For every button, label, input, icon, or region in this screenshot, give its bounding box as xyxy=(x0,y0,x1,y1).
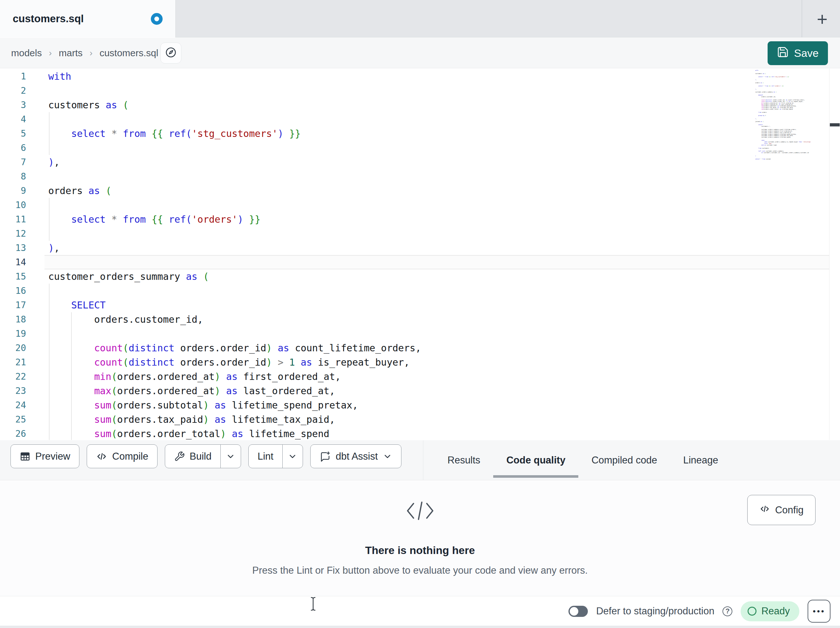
code-quality-panel: There is nothing here Press the Lint or … xyxy=(0,481,840,596)
line-number[interactable]: 1 xyxy=(0,69,26,84)
code-line[interactable] xyxy=(48,226,827,241)
line-number[interactable]: 8 xyxy=(0,169,26,183)
line-number[interactable]: 3 xyxy=(0,98,26,112)
code-line[interactable] xyxy=(48,141,827,155)
line-number[interactable]: 10 xyxy=(0,198,26,212)
line-number[interactable]: 12 xyxy=(0,226,26,241)
window-footer-strip xyxy=(0,626,840,628)
more-options-button[interactable]: ••• xyxy=(808,600,831,623)
tab-compiled-code[interactable]: Compiled code xyxy=(578,440,670,480)
lint-dropdown-button[interactable] xyxy=(282,445,303,468)
line-number[interactable]: 25 xyxy=(0,412,26,427)
new-tab-button[interactable]: + xyxy=(810,7,834,30)
line-number[interactable]: 14 xyxy=(0,255,26,269)
breadcrumb: models › marts › customers.sql xyxy=(11,38,158,68)
navigate-compass-button[interactable] xyxy=(160,43,182,63)
assist-chat-sparkle-icon xyxy=(319,451,331,462)
code-line[interactable] xyxy=(48,198,827,212)
preview-label: Preview xyxy=(35,451,70,462)
code-line[interactable]: select * from {{ ref('stg_customers') }} xyxy=(48,127,827,141)
empty-state-title: There is nothing here xyxy=(365,544,475,557)
code-line[interactable] xyxy=(48,112,827,127)
line-number[interactable]: 5 xyxy=(0,127,26,141)
code-brackets-icon xyxy=(404,498,436,524)
code-line[interactable]: sum(orders.subtotal) as lifetime_spend_p… xyxy=(48,398,827,412)
breadcrumb-item-marts[interactable]: marts xyxy=(59,47,82,59)
code-line[interactable] xyxy=(48,327,827,341)
tab-code-quality[interactable]: Code quality xyxy=(493,440,578,480)
line-number[interactable]: 4 xyxy=(0,112,26,127)
build-dropdown-button[interactable] xyxy=(220,445,241,468)
status-badge: Ready xyxy=(741,601,799,621)
file-tab-customers-sql[interactable]: customers.sql xyxy=(0,0,175,38)
line-number[interactable]: 26 xyxy=(0,427,26,441)
line-number[interactable]: 16 xyxy=(0,284,26,298)
line-number[interactable]: 9 xyxy=(0,183,26,198)
code-line[interactable] xyxy=(48,84,827,98)
compile-button[interactable]: Compile xyxy=(87,445,158,468)
editor-toolbar: Preview Compile Build xyxy=(0,440,840,480)
line-number[interactable]: 21 xyxy=(0,355,26,369)
code-line[interactable]: customer_orders_summary as ( xyxy=(48,269,827,284)
code-line[interactable]: orders.customer_id, xyxy=(48,312,827,327)
code-lines[interactable]: with customers as ( select * from {{ ref… xyxy=(48,69,827,441)
code-line[interactable] xyxy=(48,169,827,183)
dbt-assist-button[interactable]: dbt Assist xyxy=(310,445,401,468)
line-number[interactable]: 22 xyxy=(0,369,26,384)
line-number[interactable]: 13 xyxy=(0,241,26,255)
compass-icon xyxy=(165,46,177,60)
table-icon xyxy=(20,451,30,462)
line-number[interactable]: 23 xyxy=(0,384,26,398)
code-line[interactable]: customers as ( xyxy=(48,98,827,112)
code-line[interactable]: sum(orders.order_total) as lifetime_spen… xyxy=(48,427,827,441)
defer-toggle[interactable] xyxy=(568,606,588,617)
line-number-gutter[interactable]: 1234567891011121314151617181920212223242… xyxy=(0,69,26,441)
line-number[interactable]: 6 xyxy=(0,141,26,155)
lint-label: Lint xyxy=(257,451,273,462)
code-line[interactable]: ), xyxy=(48,241,827,255)
minimap-line[interactable]: select * from joined xyxy=(755,158,828,160)
line-number[interactable]: 24 xyxy=(0,398,26,412)
code-line[interactable]: select * from {{ ref('orders') }} xyxy=(48,212,827,226)
chevron-down-icon xyxy=(226,452,235,461)
line-number[interactable]: 17 xyxy=(0,298,26,312)
status-bar: Defer to staging/production ? Ready ••• xyxy=(0,596,840,626)
code-line[interactable]: ), xyxy=(48,155,827,169)
help-icon[interactable]: ? xyxy=(723,606,732,616)
line-number[interactable]: 18 xyxy=(0,312,26,327)
line-number[interactable]: 2 xyxy=(0,84,26,98)
breadcrumb-separator: › xyxy=(90,48,92,58)
save-button[interactable]: Save xyxy=(767,41,828,65)
breadcrumb-separator: › xyxy=(49,48,52,58)
code-line[interactable]: SELECT xyxy=(48,298,827,312)
code-line[interactable]: max(orders.ordered_at) as last_ordered_a… xyxy=(48,384,827,398)
editor-scrollbar-thumb[interactable] xyxy=(830,123,840,127)
code-editor[interactable]: 1234567891011121314151617181920212223242… xyxy=(0,69,840,440)
code-line[interactable]: count(distinct orders.order_id) as count… xyxy=(48,341,827,355)
breadcrumb-item-models[interactable]: models xyxy=(11,47,42,59)
editor-minimap[interactable]: with customers as ( select * from {{ ref… xyxy=(755,70,828,161)
code-line[interactable]: sum(orders.tax_paid) as lifetime_tax_pai… xyxy=(48,412,827,427)
build-button[interactable]: Build xyxy=(165,445,220,468)
code-line[interactable]: with xyxy=(48,69,827,84)
line-number[interactable]: 11 xyxy=(0,212,26,226)
line-number[interactable]: 7 xyxy=(0,155,26,169)
line-number[interactable]: 19 xyxy=(0,327,26,341)
code-line[interactable]: count(distinct orders.order_id) > 1 as i… xyxy=(48,355,827,369)
preview-button[interactable]: Preview xyxy=(11,445,79,468)
status-circle-icon xyxy=(748,607,756,615)
tab-lineage[interactable]: Lineage xyxy=(670,440,731,480)
tab-results[interactable]: Results xyxy=(434,440,493,480)
line-number[interactable]: 15 xyxy=(0,269,26,284)
config-button[interactable]: Config xyxy=(747,495,816,525)
save-label: Save xyxy=(794,47,819,59)
lint-button[interactable]: Lint xyxy=(249,445,282,468)
code-line[interactable] xyxy=(48,284,827,298)
line-number[interactable]: 20 xyxy=(0,341,26,355)
code-line[interactable] xyxy=(48,255,827,269)
code-line[interactable]: orders as ( xyxy=(48,183,827,198)
code-line[interactable]: min(orders.ordered_at) as first_ordered_… xyxy=(48,369,827,384)
code-icon xyxy=(759,503,770,517)
breadcrumb-item-customers-sql[interactable]: customers.sql xyxy=(99,47,158,59)
status-bar-right: Defer to staging/production ? Ready ••• xyxy=(568,596,831,626)
